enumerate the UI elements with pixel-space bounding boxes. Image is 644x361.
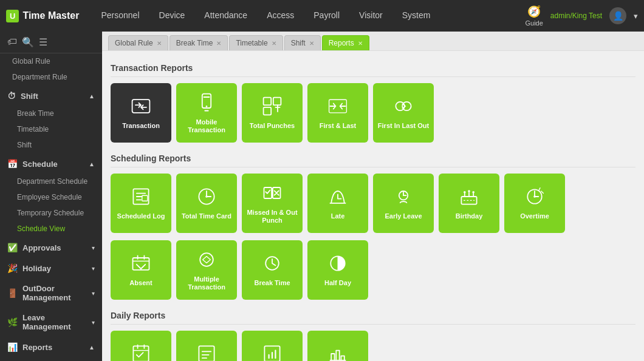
tab-reports-label: Reports [329,39,354,47]
daily-title: Daily Reports [111,307,635,325]
svg-rect-26 [133,346,148,361]
card-total-time-card[interactable]: Total Time Card [176,174,237,233]
daily-attendance-icon [130,343,152,361]
transaction-cards-row: Transaction Mobile Transaction [111,83,635,143]
svg-point-23 [200,253,213,266]
absent-icon [130,252,152,274]
tab-bar: Global Rule ✕ Break Time ✕ Timetable ✕ S… [102,32,644,51]
tag-icon[interactable]: 🏷 [7,36,17,48]
nav-payroll[interactable]: Payroll [304,0,349,32]
nav-device[interactable]: Device [149,0,195,32]
sidebar-section-schedule[interactable]: 📅 Schedule ▲ [0,153,102,174]
tab-global-rule[interactable]: Global Rule ✕ [108,35,168,50]
list-icon[interactable]: ☰ [39,36,47,48]
card-first-in-last-out[interactable]: First In Last Out [373,83,434,143]
leave-icon: 🌿 [7,317,18,327]
overtime-label: Overtime [518,212,552,220]
card-scheduled-log[interactable]: Scheduled Log [111,174,171,233]
holiday-icon: 🎉 [7,263,18,273]
tab-global-rule-close[interactable]: ✕ [157,40,162,47]
tab-timetable-close[interactable]: ✕ [272,40,276,47]
brand[interactable]: U Time Master [6,10,79,22]
card-first-last[interactable]: First & Last [307,83,368,143]
daily-details-icon [196,343,218,361]
sidebar-section-leave[interactable]: 🌿 Leave Management ▾ [0,307,102,336]
nav-visitor[interactable]: Visitor [349,0,392,32]
guide-label: Guide [525,19,543,27]
tab-shift-close[interactable]: ✕ [309,40,314,47]
sidebar-section-outdoor[interactable]: 🚪 OutDoor Management ▾ [0,278,102,307]
late-icon [327,186,349,207]
sidebar-section-shift[interactable]: ⏱ Shift ▲ [0,85,102,106]
tab-shift-label: Shift [291,39,306,47]
sidebar-section-holiday[interactable]: 🎉 Holiday ▾ [0,257,102,278]
half-day-icon [327,252,349,274]
dropdown-icon[interactable]: ▾ [634,12,638,21]
card-break-time[interactable]: Break Time [242,240,303,300]
holiday-label: 🎉 Holiday [7,263,51,273]
card-missed-punch[interactable]: Missed In & Out Punch [242,174,303,233]
card-late[interactable]: Late [307,174,368,233]
tab-reports[interactable]: Reports ✕ [322,35,369,50]
card-daily-details[interactable]: Daily Details [176,331,237,361]
schedule-chevron: ▲ [89,161,95,167]
brand-text: Time Master [22,10,79,21]
card-daily-summary[interactable]: Daily Summary [242,331,303,361]
nav-attendance[interactable]: Attendance [194,0,257,32]
first-in-last-out-label: First In Last Out [375,122,431,130]
sidebar-section-reports[interactable]: 📊 Reports ▲ [0,336,102,357]
tab-shift[interactable]: Shift ✕ [284,35,321,50]
sidebar-section-approvals[interactable]: ✅ Approvals ▾ [0,237,102,257]
card-transaction[interactable]: Transaction [111,83,171,143]
nav-access[interactable]: Access [257,0,304,32]
first-in-last-out-icon [392,95,414,117]
card-daily-attendance[interactable]: Daily Attendance [111,331,171,361]
tab-reports-close[interactable]: ✕ [358,40,363,47]
svg-point-21 [533,196,536,198]
svg-point-12 [205,196,208,198]
nav-personnel[interactable]: Personnel [91,0,149,32]
card-birthday[interactable]: Birthday [439,174,499,233]
tab-break-time-label: Break Time [176,39,213,47]
svg-rect-5 [264,107,272,115]
first-last-icon [327,95,349,117]
card-mobile-transaction[interactable]: Mobile Transaction [176,83,237,143]
nav-system[interactable]: System [392,0,440,32]
card-multiple-transaction[interactable]: Multiple Transaction [176,240,237,300]
total-punches-icon [261,95,283,117]
tab-timetable[interactable]: Timetable ✕ [229,35,283,50]
outdoor-chevron: ▾ [92,290,95,297]
card-overtime[interactable]: Overtime [504,174,565,233]
navbar: U Time Master Personnel Device Attendanc… [0,0,644,32]
tab-break-time-close[interactable]: ✕ [216,40,221,47]
search-icon[interactable]: 🔍 [22,36,34,48]
sidebar-temp-schedule[interactable]: Temporary Schedule [0,205,102,221]
sidebar-global-rule[interactable]: Global Rule [0,53,102,69]
card-daily-status[interactable]: Daily Status [307,331,368,361]
card-absent[interactable]: Absent [111,240,171,300]
card-early-leave[interactable]: Early Leave [373,174,434,233]
guide-button[interactable]: 🧭 Guide [525,5,543,27]
card-half-day[interactable]: Half Day [307,240,368,300]
missed-punch-icon [261,182,283,204]
card-total-punches[interactable]: Total Punches [242,83,303,143]
approvals-icon: ✅ [7,243,18,252]
outdoor-icon: 🚪 [7,288,18,298]
sidebar-schedule-view[interactable]: Schedule View [0,221,102,237]
svg-point-8 [402,102,411,110]
sidebar-break-time[interactable]: Break Time [0,106,102,121]
sidebar-timetable[interactable]: Timetable [0,121,102,137]
tab-break-time[interactable]: Break Time ✕ [170,35,228,50]
main-layout: 🏷 🔍 ☰ Global Rule Department Rule ⏱ Shif… [0,32,644,361]
sidebar-calculate[interactable]: Calculate [0,357,102,361]
shift-icon: ⏱ [7,91,16,101]
sidebar-emp-schedule[interactable]: Employee Schedule [0,189,102,205]
user-avatar-button[interactable]: 👤 [609,7,626,24]
svg-point-2 [206,106,208,107]
sidebar-department-rule[interactable]: Department Rule [0,69,102,85]
sidebar-shift[interactable]: Shift [0,137,102,153]
sidebar-dept-schedule[interactable]: Department Schedule [0,174,102,189]
birthday-icon [458,186,480,207]
early-leave-label: Early Leave [382,212,424,220]
multiple-transaction-label: Multiple Transaction [176,275,237,291]
